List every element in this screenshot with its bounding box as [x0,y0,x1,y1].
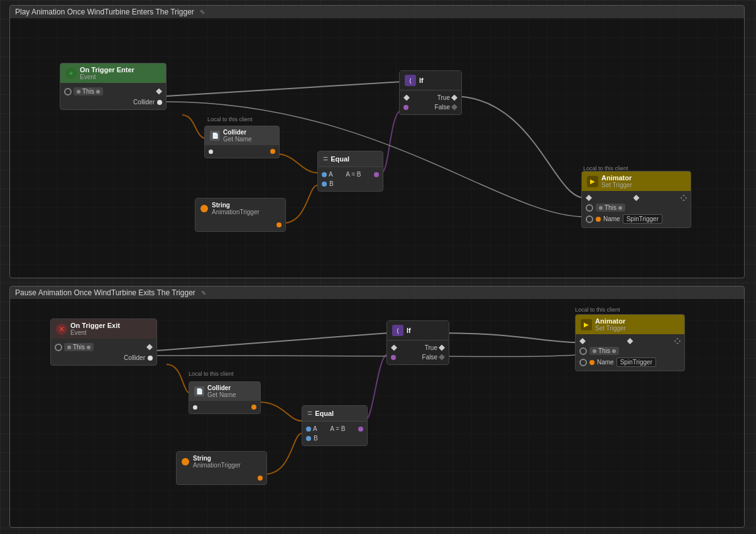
if-node-1[interactable]: ⟨ If True False [399,70,462,115]
anim-name-pin-1 [596,217,601,222]
on-trigger-exit-subtitle: Event [70,329,120,336]
collider-out-pin-2 [148,356,153,361]
on-trigger-enter-node[interactable]: + On Trigger Enter Event This [60,63,167,110]
this-input-pin-2 [55,344,62,351]
equal-title-2: Equal [315,410,334,417]
string-header-1: String AnimationTrigger [195,199,285,219]
getname-icon-2: 📄 [194,386,204,396]
if-icon-1: ⟨ [405,75,416,86]
trigger-enter-icon: + [65,68,77,79]
string-title-1: String [212,202,260,209]
this-tag-2[interactable]: This [64,343,94,351]
collider-getname-node-2[interactable]: 📄 Collider Get Name [189,381,261,414]
if-cond-in-2 [391,355,396,360]
equal-node-1[interactable]: = Equal A A = B B [317,151,383,192]
string-out-pin-2 [258,476,263,481]
getname-header-1: 📄 Collider Get Name [205,126,279,145]
anim-this-in-pin-1 [586,204,593,212]
anim-name-in-pin-2 [579,359,587,366]
anim-this-in-pin-2 [579,347,587,355]
getname-subtitle-2: Get Name [207,391,236,398]
equal-b-pin-1 [322,182,327,187]
getname-subtitle-1: Get Name [223,136,252,143]
if-false-pin-2 [439,354,445,361]
animator-title-2: Animator [595,317,626,325]
string-title-2: String [193,455,241,462]
spin-trigger-value-1[interactable]: SpinTrigger [623,214,662,224]
if-header-1: ⟨ If [400,71,461,90]
getname-title-1: Collider [223,129,252,136]
anim-this-tag-1[interactable]: This [596,204,625,212]
comment-box-1: Play Animation Once WindTurbine Enters T… [9,5,745,278]
comment-title-1: Play Animation Once WindTurbine Enters T… [10,6,744,18]
collider-label-2: Collider [124,354,145,361]
string-out-pin-1 [277,222,282,227]
graph-canvas[interactable]: Play Animation Once WindTurbine Enters T… [0,0,756,534]
getname-title-2: Collider [207,384,236,391]
this-tag[interactable]: This [74,87,103,95]
if-false-pin-1 [451,104,457,111]
anim-exec-out2-1 [681,195,687,201]
string-icon-2 [182,458,189,466]
equal-b-pin-2 [306,436,311,441]
anim-name-label-2: Name [597,359,614,366]
animator-header-1: ▶ Animator Set Trigger [582,172,691,191]
on-trigger-enter-title: On Trigger Enter [80,66,134,74]
on-trigger-exit-title: On Trigger Exit [70,322,120,329]
string-icon-1 [200,205,208,212]
local-client-label-2: Local to this client [189,371,234,377]
equal-a-pin-2 [306,427,311,432]
animator-title-1: Animator [601,174,632,182]
string-header-2: String AnimationTrigger [177,452,266,472]
equal-title-1: Equal [331,155,349,163]
getname-header-2: 📄 Collider Get Name [189,382,260,401]
local-client-label-1: Local to this client [207,116,253,123]
if-true-pin-2 [439,345,445,351]
animator-subtitle-2: Set Trigger [595,325,626,332]
if-title-2: If [407,327,411,334]
animator-set-trigger-1[interactable]: ▶ Animator Set Trigger This [581,171,691,228]
equal-a-pin-1 [322,172,327,177]
equal-out-pin-1 [374,172,379,177]
equal-header-2: = Equal [302,406,367,422]
animator-icon-2: ▶ [581,319,592,330]
if-exec-in-2 [391,345,397,351]
getname-out-pin-1 [270,149,275,154]
anim-exec-out-2 [627,338,633,344]
equal-out-pin-2 [358,427,363,432]
if-node-2[interactable]: ⟨ If True False [386,320,449,365]
collider-out-pin [157,100,162,105]
equal-node-2[interactable]: = Equal A A = B B [302,405,368,446]
collider-label: Collider [133,99,155,106]
getname-out-pin-2 [251,405,256,410]
string-subtitle-2: AnimationTrigger [193,462,241,469]
if-icon-2: ⟨ [392,325,403,336]
getname-icon-1: 📄 [210,131,220,141]
this-input-pin [64,88,72,95]
equal-header-1: = Equal [318,151,383,167]
animator-set-trigger-2[interactable]: ▶ Animator Set Trigger This [575,314,685,371]
getname-in-pin-2 [193,405,197,410]
string-node-2[interactable]: String AnimationTrigger [176,451,267,485]
anim-name-label-1: Name [603,215,620,222]
anim-exec-out-1 [633,195,640,201]
collider-getname-node-1[interactable]: 📄 Collider Get Name [204,126,280,158]
on-trigger-enter-subtitle: Event [80,74,134,80]
exec-out-pin [156,89,162,95]
comment-title-2: Pause Animation Once WindTurbine Exits T… [10,286,744,299]
anim-name-in-pin-1 [586,215,593,223]
on-trigger-enter-header: + On Trigger Enter Event [60,63,166,83]
exit-exec-out [146,344,153,351]
anim-this-tag-2[interactable]: This [589,347,619,355]
on-trigger-exit-node[interactable]: ✕ On Trigger Exit Event This [50,319,157,366]
spin-trigger-value-2[interactable]: SpinTrigger [616,357,656,367]
anim-exec-out2-2 [674,338,681,344]
trigger-exit-icon: ✕ [56,324,67,335]
if-cond-in-1 [403,105,408,110]
animator-header-2: ▶ Animator Set Trigger [576,315,684,334]
if-header-2: ⟨ If [387,321,449,341]
getname-in-pin-1 [209,150,213,154]
on-trigger-exit-header: ✕ On Trigger Exit Event [51,319,156,339]
local-client-label-animator-2: Local to this client [575,307,620,313]
string-node-1[interactable]: String AnimationTrigger [195,198,286,232]
